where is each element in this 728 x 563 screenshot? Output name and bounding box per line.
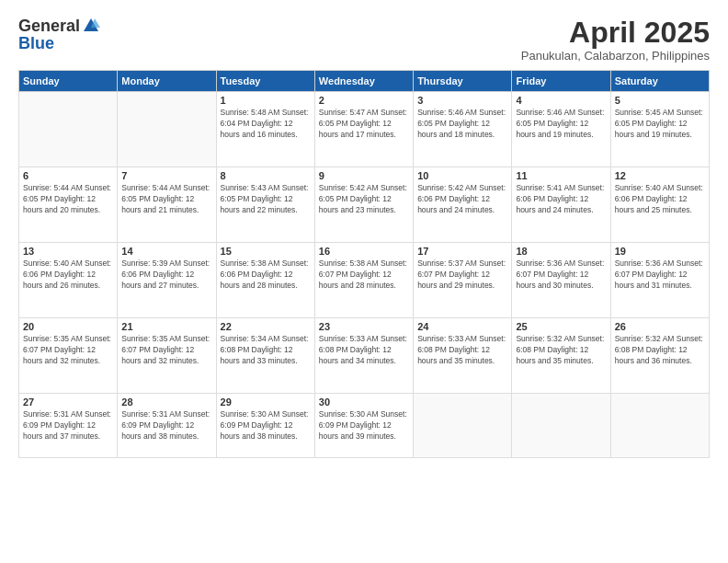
table-row: 1Sunrise: 5:48 AM Sunset: 6:04 PM Daylig… [216,92,314,167]
col-monday: Monday [118,71,216,92]
col-sunday: Sunday [19,71,118,92]
day-info: Sunrise: 5:47 AM Sunset: 6:05 PM Dayligh… [319,108,409,141]
logo: General Blue [18,17,100,52]
page: General Blue April 2025 Panukulan, Calab… [0,0,728,563]
day-info: Sunrise: 5:38 AM Sunset: 6:06 PM Dayligh… [221,259,311,292]
table-row: 4Sunrise: 5:46 AM Sunset: 6:05 PM Daylig… [512,92,610,167]
day-info: Sunrise: 5:46 AM Sunset: 6:05 PM Dayligh… [516,108,606,141]
day-number: 7 [121,170,211,181]
table-row: 16Sunrise: 5:38 AM Sunset: 6:07 PM Dayli… [314,243,413,318]
table-row: 25Sunrise: 5:32 AM Sunset: 6:08 PM Dayli… [512,318,610,394]
table-row: 30Sunrise: 5:30 AM Sunset: 6:09 PM Dayli… [314,394,413,458]
table-row: 6Sunrise: 5:44 AM Sunset: 6:05 PM Daylig… [19,167,118,243]
day-number: 4 [516,95,606,106]
day-info: Sunrise: 5:41 AM Sunset: 6:06 PM Dayligh… [516,183,606,216]
table-row: 22Sunrise: 5:34 AM Sunset: 6:08 PM Dayli… [216,318,314,394]
day-info: Sunrise: 5:33 AM Sunset: 6:08 PM Dayligh… [417,334,507,367]
title-block: April 2025 Panukulan, Calabarzon, Philip… [521,17,710,63]
day-number: 28 [121,396,211,408]
table-row: 23Sunrise: 5:33 AM Sunset: 6:08 PM Dayli… [314,318,413,394]
table-row [414,394,512,458]
calendar: Sunday Monday Tuesday Wednesday Thursday… [18,70,710,458]
day-number: 6 [23,170,113,181]
table-row: 24Sunrise: 5:33 AM Sunset: 6:08 PM Dayli… [414,318,512,394]
day-number: 14 [121,246,211,257]
table-row: 15Sunrise: 5:38 AM Sunset: 6:06 PM Dayli… [216,243,314,318]
day-info: Sunrise: 5:32 AM Sunset: 6:08 PM Dayligh… [516,334,606,367]
day-number: 19 [615,246,705,257]
header: General Blue April 2025 Panukulan, Calab… [18,17,710,63]
day-info: Sunrise: 5:44 AM Sunset: 6:05 PM Dayligh… [121,183,211,216]
day-number: 2 [319,95,409,106]
day-info: Sunrise: 5:33 AM Sunset: 6:08 PM Dayligh… [319,334,409,367]
day-info: Sunrise: 5:40 AM Sunset: 6:06 PM Dayligh… [23,259,113,292]
day-info: Sunrise: 5:45 AM Sunset: 6:05 PM Dayligh… [615,108,705,141]
day-info: Sunrise: 5:42 AM Sunset: 6:06 PM Dayligh… [417,183,507,216]
day-info: Sunrise: 5:40 AM Sunset: 6:06 PM Dayligh… [615,183,705,216]
table-row: 12Sunrise: 5:40 AM Sunset: 6:06 PM Dayli… [610,167,709,243]
col-tuesday: Tuesday [216,71,314,92]
table-row: 18Sunrise: 5:36 AM Sunset: 6:07 PM Dayli… [512,243,610,318]
day-number: 27 [23,396,113,408]
table-row [512,394,610,458]
day-number: 20 [23,321,113,332]
table-row: 27Sunrise: 5:31 AM Sunset: 6:09 PM Dayli… [19,394,118,458]
month-title: April 2025 [521,17,710,49]
table-row [118,92,216,167]
day-number: 30 [319,396,409,408]
day-info: Sunrise: 5:35 AM Sunset: 6:07 PM Dayligh… [121,334,211,367]
table-row [610,394,709,458]
table-row: 9Sunrise: 5:42 AM Sunset: 6:05 PM Daylig… [314,167,413,243]
day-number: 21 [121,321,211,332]
table-row: 3Sunrise: 5:46 AM Sunset: 6:05 PM Daylig… [414,92,512,167]
logo-general: General [18,17,80,34]
day-info: Sunrise: 5:31 AM Sunset: 6:09 PM Dayligh… [121,409,211,442]
table-row [19,92,118,167]
day-number: 11 [516,170,606,181]
table-row: 20Sunrise: 5:35 AM Sunset: 6:07 PM Dayli… [19,318,118,394]
day-number: 26 [615,321,705,332]
day-info: Sunrise: 5:32 AM Sunset: 6:08 PM Dayligh… [615,334,705,367]
day-number: 22 [221,321,311,332]
day-info: Sunrise: 5:48 AM Sunset: 6:04 PM Dayligh… [221,108,311,141]
day-info: Sunrise: 5:46 AM Sunset: 6:05 PM Dayligh… [417,108,507,141]
table-row: 10Sunrise: 5:42 AM Sunset: 6:06 PM Dayli… [414,167,512,243]
day-info: Sunrise: 5:36 AM Sunset: 6:07 PM Dayligh… [615,259,705,292]
col-thursday: Thursday [414,71,512,92]
day-info: Sunrise: 5:44 AM Sunset: 6:05 PM Dayligh… [23,183,113,216]
day-number: 16 [319,246,409,257]
table-row: 13Sunrise: 5:40 AM Sunset: 6:06 PM Dayli… [19,243,118,318]
day-number: 24 [417,321,507,332]
day-info: Sunrise: 5:35 AM Sunset: 6:07 PM Dayligh… [23,334,113,367]
table-row: 17Sunrise: 5:37 AM Sunset: 6:07 PM Dayli… [414,243,512,318]
logo-blue: Blue [18,35,54,52]
day-info: Sunrise: 5:30 AM Sunset: 6:09 PM Dayligh… [221,409,311,442]
table-row: 26Sunrise: 5:32 AM Sunset: 6:08 PM Dayli… [610,318,709,394]
logo-icon [82,17,100,35]
table-row: 21Sunrise: 5:35 AM Sunset: 6:07 PM Dayli… [118,318,216,394]
day-number: 10 [417,170,507,181]
table-row: 28Sunrise: 5:31 AM Sunset: 6:09 PM Dayli… [118,394,216,458]
day-number: 15 [221,246,311,257]
table-row: 19Sunrise: 5:36 AM Sunset: 6:07 PM Dayli… [610,243,709,318]
day-number: 12 [615,170,705,181]
table-row: 7Sunrise: 5:44 AM Sunset: 6:05 PM Daylig… [118,167,216,243]
day-number: 13 [23,246,113,257]
day-number: 8 [221,170,311,181]
day-info: Sunrise: 5:37 AM Sunset: 6:07 PM Dayligh… [417,259,507,292]
day-info: Sunrise: 5:42 AM Sunset: 6:05 PM Dayligh… [319,183,409,216]
day-number: 25 [516,321,606,332]
table-row: 5Sunrise: 5:45 AM Sunset: 6:05 PM Daylig… [610,92,709,167]
col-saturday: Saturday [610,71,709,92]
day-number: 17 [417,246,507,257]
day-info: Sunrise: 5:39 AM Sunset: 6:06 PM Dayligh… [121,259,211,292]
day-number: 5 [615,95,705,106]
col-wednesday: Wednesday [314,71,413,92]
day-number: 23 [319,321,409,332]
day-info: Sunrise: 5:34 AM Sunset: 6:08 PM Dayligh… [221,334,311,367]
table-row: 14Sunrise: 5:39 AM Sunset: 6:06 PM Dayli… [118,243,216,318]
day-info: Sunrise: 5:30 AM Sunset: 6:09 PM Dayligh… [319,409,409,442]
table-row: 8Sunrise: 5:43 AM Sunset: 6:05 PM Daylig… [216,167,314,243]
day-info: Sunrise: 5:36 AM Sunset: 6:07 PM Dayligh… [516,259,606,292]
day-number: 9 [319,170,409,181]
